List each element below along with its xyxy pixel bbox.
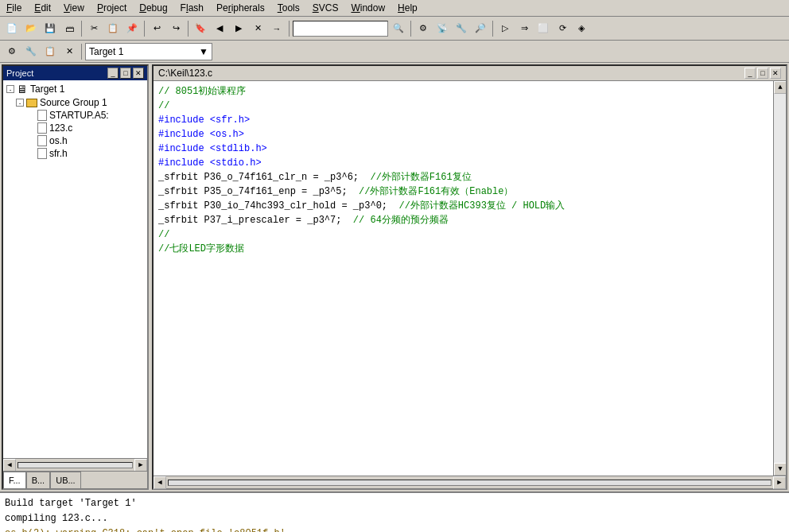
output-line-2: compiling 123.c...: [5, 511, 784, 526]
editor-scroll-thumb[interactable]: [774, 94, 786, 463]
tb2-btn1[interactable]: ⚙: [3, 43, 21, 60]
folder-icon-group1: [26, 99, 37, 107]
tree-source-group1[interactable]: - Source Group 1: [5, 96, 146, 109]
reset-btn[interactable]: ⟳: [554, 20, 571, 37]
tb2-btn4[interactable]: ✕: [60, 43, 78, 60]
target-combo[interactable]: Target 1 ▼: [85, 43, 212, 60]
debug3-btn[interactable]: 🔧: [453, 20, 470, 37]
editor-scroll-htrack[interactable]: [168, 480, 772, 486]
menu-flash[interactable]: Flash: [177, 2, 207, 14]
menu-svcs[interactable]: SVCS: [309, 2, 342, 14]
menu-tools[interactable]: Tools: [274, 2, 303, 14]
code-line-3: #include <sfr.h>: [158, 113, 768, 127]
panel-restore-btn[interactable]: □: [120, 68, 131, 79]
find-btn[interactable]: 🔍: [390, 20, 407, 37]
save-all-btn[interactable]: 🗃: [60, 20, 78, 37]
target-combo-value: Target 1: [89, 46, 123, 57]
target-icon: 🖥: [17, 83, 28, 95]
editor-scroll-left-btn[interactable]: ◀: [154, 476, 166, 489]
toolbar-2: ⚙ 🔧 📋 ✕ Target 1 ▼: [0, 41, 789, 63]
menu-bar: File Edit View Project Debug Flash Perip…: [0, 0, 789, 17]
sep-6: [492, 21, 493, 37]
panel-tab-files-label: F...: [9, 476, 21, 485]
tree-file-startup[interactable]: STARTUP.A5:: [5, 109, 146, 122]
tree-file-sfrh-label: sfr.h: [49, 148, 68, 159]
sep-5: [410, 21, 411, 37]
clear-bookmark-btn[interactable]: ✕: [249, 20, 266, 37]
sep-2: [144, 21, 145, 37]
expand-group1[interactable]: -: [16, 99, 24, 107]
debug1-btn[interactable]: ⚙: [414, 20, 432, 37]
bookmark-btn[interactable]: 🔖: [192, 20, 209, 37]
new-file-btn[interactable]: 📄: [3, 20, 21, 37]
tree-file-123c[interactable]: 123.c: [5, 122, 146, 134]
editor-vscrollbar: ▲ ▼: [773, 81, 786, 476]
tree-target1[interactable]: - 🖥 Target 1: [5, 82, 146, 96]
sep-t2: [81, 44, 82, 60]
code-line-7: _sfrbit P36_o_74f161_clr_n = _p3^6; //外部…: [158, 170, 768, 184]
editor-scroll-down-btn[interactable]: ▼: [774, 463, 786, 476]
save-btn[interactable]: 💾: [41, 20, 59, 37]
tb2-btn2[interactable]: 🔧: [22, 43, 40, 60]
run-btn[interactable]: ▷: [496, 20, 514, 37]
output-line-3: os.h(2): warning C318: can't open file '…: [5, 526, 784, 532]
step-btn[interactable]: ⇒: [515, 20, 533, 37]
editor-scroll-up-btn[interactable]: ▲: [774, 81, 786, 94]
code-line-12: //七段LED字形数据: [158, 242, 768, 256]
editor-restore-btn[interactable]: □: [757, 68, 768, 79]
indent-btn[interactable]: →: [268, 20, 286, 37]
redo-btn[interactable]: ↪: [167, 20, 185, 37]
tree-file-sfrh[interactable]: sfr.h: [5, 147, 146, 160]
sep-1: [81, 21, 82, 37]
code-line-2: //: [158, 99, 768, 113]
editor-minimize-btn[interactable]: _: [744, 68, 756, 79]
debug4-btn[interactable]: 🔎: [472, 20, 489, 37]
menu-edit[interactable]: Edit: [31, 2, 54, 14]
editor-scroll-right-btn[interactable]: ▶: [773, 476, 786, 489]
project-panel-titlebar: Project _ □ ✕: [3, 66, 147, 80]
panel-tab-b-label: B...: [32, 476, 45, 485]
undo-btn[interactable]: ↩: [148, 20, 165, 37]
scroll-right-btn[interactable]: ▶: [134, 459, 147, 472]
menu-project[interactable]: Project: [94, 2, 130, 14]
scroll-left-btn[interactable]: ◀: [3, 459, 16, 472]
next-bookmark-btn[interactable]: ▶: [230, 20, 247, 37]
search-input[interactable]: [293, 21, 388, 37]
menu-help[interactable]: Help: [394, 2, 421, 14]
project-panel: Project _ □ ✕ - 🖥 Target 1 - Source Grou…: [2, 64, 149, 490]
panel-tabs: F... B... UB...: [3, 471, 147, 488]
tree-file-osh[interactable]: os.h: [5, 134, 146, 147]
menu-file[interactable]: File: [3, 2, 25, 14]
panel-tab-ub[interactable]: UB...: [50, 472, 80, 488]
menu-peripherals[interactable]: Peripherals: [213, 2, 268, 14]
open-btn[interactable]: 📂: [22, 20, 40, 37]
output-line-1: Build target 'Target 1': [5, 496, 784, 511]
tree-group1-label: Source Group 1: [40, 97, 107, 108]
menu-window[interactable]: Window: [348, 2, 388, 14]
panel-tab-files[interactable]: F...: [3, 472, 26, 488]
paste-btn[interactable]: 📌: [123, 20, 141, 37]
sep-3: [188, 21, 189, 37]
panel-minimize-btn[interactable]: _: [107, 68, 119, 79]
extra-btn[interactable]: ◈: [573, 20, 590, 37]
tb2-btn3[interactable]: 📋: [41, 43, 59, 60]
file-icon-osh: [37, 135, 47, 146]
panel-tab-ub-label: UB...: [56, 476, 75, 485]
menu-debug[interactable]: Debug: [136, 2, 170, 14]
expand-target1[interactable]: -: [6, 85, 14, 93]
editor-close-btn[interactable]: ✕: [770, 68, 781, 79]
code-line-5: #include <stdlib.h>: [158, 142, 768, 156]
stop-btn[interactable]: ⬜: [534, 20, 552, 37]
workspace: Project _ □ ✕ - 🖥 Target 1 - Source Grou…: [0, 63, 789, 491]
panel-close-btn[interactable]: ✕: [133, 68, 144, 79]
panel-tab-b[interactable]: B...: [26, 472, 51, 488]
debug2-btn[interactable]: 📡: [433, 20, 451, 37]
prev-bookmark-btn[interactable]: ◀: [211, 20, 228, 37]
menu-view[interactable]: View: [60, 2, 87, 14]
code-editor[interactable]: // 8051初始课程序 // #include <sfr.h> #includ…: [154, 81, 773, 476]
copy-btn[interactable]: 📋: [104, 20, 122, 37]
code-line-11: //: [158, 227, 768, 242]
file-icon-startup: [37, 110, 47, 121]
cut-btn[interactable]: ✂: [85, 20, 103, 37]
scroll-track[interactable]: [17, 462, 133, 468]
